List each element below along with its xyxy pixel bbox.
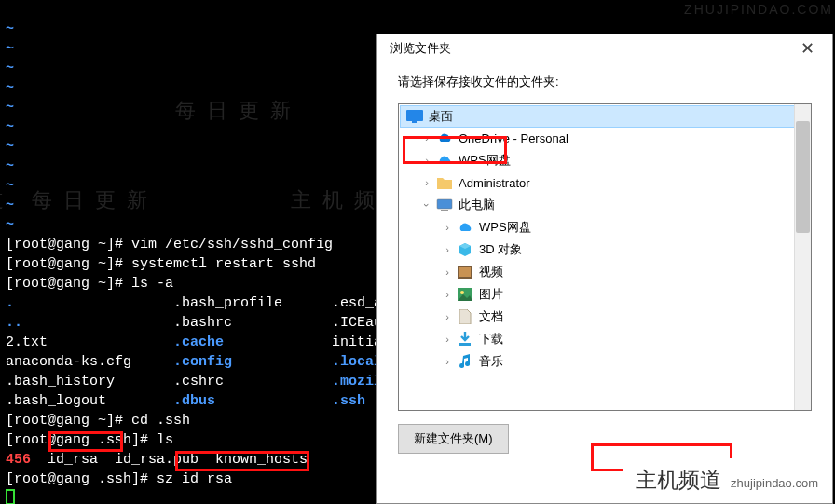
cloud-icon: [436, 152, 453, 169]
tree-label: 桌面: [429, 108, 453, 125]
ls-row: .bash_logout.dbus.ssh: [6, 393, 365, 409]
dialog-title-text: 浏览文件夹: [390, 40, 451, 57]
svg-rect-8: [459, 343, 471, 346]
cmd-line: [root@gang ~]# systemctl restart sshd: [6, 256, 316, 272]
computer-icon: [436, 197, 453, 213]
cmd-line: [root@gang ~]# cd .ssh: [6, 413, 190, 429]
tree-label: Administrator: [459, 176, 530, 190]
dialog-prompt: 请选择保存接收文件的文件夹:: [398, 74, 812, 90]
brand-en: zhujipindao.com: [731, 476, 818, 490]
browse-folder-dialog: 浏览文件夹 ✕ 请选择保存接收文件的文件夹: 桌面 › OneDriv: [376, 34, 833, 504]
brand-badge: 主机频道 zhujipindao.com: [623, 458, 831, 500]
tree-label: 下载: [479, 331, 503, 347]
tree-item-video[interactable]: › 视频: [401, 261, 811, 283]
cmd-line: [root@gang .ssh]# ls: [6, 432, 173, 448]
svg-rect-2: [437, 199, 452, 209]
tree-label: 音乐: [479, 353, 503, 370]
svg-rect-0: [406, 110, 423, 121]
tilde-line: ~: [6, 80, 14, 96]
ls-row: .bash_history.cshrc.mozilla: [6, 374, 399, 389]
expander-icon[interactable]: ›: [442, 289, 453, 300]
tilde-line: ~: [6, 119, 14, 135]
folder-icon: [436, 174, 453, 191]
expander-icon[interactable]: ›: [442, 334, 453, 345]
expander-icon[interactable]: ›: [421, 177, 432, 188]
expander-icon[interactable]: ›: [442, 311, 453, 322]
tilde-line: ~: [6, 100, 14, 116]
svg-rect-3: [441, 210, 448, 211]
tilde-line: ~: [6, 217, 14, 233]
picture-icon: [457, 286, 473, 303]
tree-item-desktop[interactable]: 桌面: [400, 105, 812, 128]
document-icon: [457, 308, 473, 325]
svg-point-7: [460, 291, 464, 294]
tilde-line: ~: [6, 139, 14, 155]
cmd-line: [root@gang ~]# vim /etc/ssh/sshd_config: [6, 237, 333, 252]
expander-icon[interactable]: ›: [421, 132, 432, 143]
tree-item-downloads[interactable]: › 下载: [401, 328, 811, 350]
expander-icon[interactable]: ›: [442, 244, 453, 255]
tilde-line: ~: [6, 198, 14, 213]
cmd-line: [root@gang .ssh]# sz id_rsa: [6, 471, 232, 487]
tree-item-onedrive[interactable]: › OneDrive - Personal: [401, 127, 811, 149]
dialog-titlebar: 浏览文件夹 ✕: [377, 34, 832, 62]
tilde-line: ~: [6, 178, 14, 194]
scroll-thumb[interactable]: [796, 121, 810, 233]
tree-label: 文档: [479, 308, 503, 325]
tilde-line: ~: [6, 61, 14, 76]
ls-row: 456 id_rsa id_rsa.pub known_hosts: [6, 452, 308, 468]
tree-item-wps2[interactable]: › WPS网盘: [401, 216, 811, 238]
tilde-line: ~: [6, 41, 14, 57]
cmd-line: [root@gang ~]# ls -a: [6, 276, 173, 292]
tree-label: WPS网盘: [459, 152, 511, 169]
tree-label: 视频: [479, 264, 503, 280]
ls-row: anaconda-ks.cfg.config.local: [6, 354, 382, 370]
scrollbar[interactable]: [794, 104, 811, 410]
video-icon: [457, 264, 473, 280]
music-icon: [457, 353, 473, 370]
tree-item-music[interactable]: › 音乐: [401, 350, 811, 373]
svg-rect-1: [412, 121, 418, 123]
ls-row: ..bash_profile.esd_auth: [6, 295, 407, 311]
download-icon: [457, 331, 473, 347]
tree-label: 3D 对象: [479, 241, 522, 258]
tree-item-pictures[interactable]: › 图片: [401, 283, 811, 306]
ls-row: ...bashrc.ICEauthority: [6, 315, 441, 331]
cloud-icon: [436, 129, 453, 146]
tree-label: 此电脑: [459, 197, 495, 213]
tilde-line: ~: [6, 21, 14, 37]
expander-icon[interactable]: ›: [442, 222, 453, 233]
expander-icon[interactable]: ›: [421, 155, 432, 166]
expander-icon[interactable]: ›: [442, 266, 453, 278]
desktop-icon: [406, 108, 423, 125]
tree-item-docs[interactable]: › 文档: [401, 306, 811, 328]
svg-rect-5: [459, 267, 471, 277]
tree-label: WPS网盘: [479, 219, 531, 236]
cloud-icon: [457, 219, 473, 236]
tree-item-admin[interactable]: › Administrator: [401, 171, 811, 194]
close-icon: ✕: [801, 38, 814, 59]
tilde-line: ~: [6, 158, 14, 174]
new-folder-button[interactable]: 新建文件夹(M): [398, 424, 509, 454]
expander-icon[interactable]: ›: [442, 356, 453, 367]
expander-icon[interactable]: ›: [421, 199, 432, 211]
tree-item-wps[interactable]: › WPS网盘: [401, 149, 811, 171]
tree-item-3d[interactable]: › 3D 对象: [401, 238, 811, 261]
cursor: [6, 489, 15, 504]
close-button[interactable]: ✕: [787, 36, 827, 61]
tree-label: OneDrive - Personal: [459, 131, 568, 145]
cube-icon: [457, 241, 473, 258]
tree-item-thispc[interactable]: › 此电脑: [401, 194, 811, 216]
tree-label: 图片: [479, 286, 503, 303]
brand-cn: 主机频道: [636, 466, 721, 495]
folder-tree[interactable]: 桌面 › OneDrive - Personal › WPS网盘: [398, 103, 812, 411]
